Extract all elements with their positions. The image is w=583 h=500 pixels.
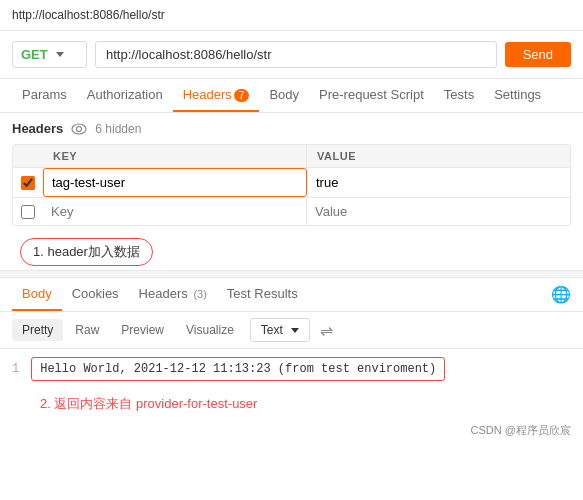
response-text: Hello World, 2021-12-12 11:13:23 (from t…	[31, 357, 445, 381]
headers-label: Headers	[12, 121, 63, 136]
row-checkbox[interactable]	[21, 176, 35, 190]
response-body: 1 Hello World, 2021-12-12 11:13:23 (from…	[0, 349, 583, 389]
line-number: 1	[12, 362, 19, 376]
table-row	[13, 168, 570, 198]
url-input[interactable]	[95, 41, 497, 68]
method-select[interactable]: GET	[12, 41, 87, 68]
response-nav: Body Cookies Headers (3) Test Results 🌐	[0, 278, 583, 312]
request-bar: GET Send	[0, 31, 583, 79]
nav-tabs: Params Authorization Headers7 Body Pre-r…	[0, 79, 583, 113]
svg-point-0	[72, 124, 86, 134]
kv-table-header: KEY VALUE	[13, 145, 570, 168]
format-tab-visualize[interactable]: Visualize	[176, 319, 244, 341]
row-checkbox[interactable]	[21, 205, 35, 219]
tab-body[interactable]: Body	[259, 79, 309, 112]
table-row	[13, 198, 570, 225]
method-label: GET	[21, 47, 48, 62]
headers-badge: 7	[234, 89, 250, 102]
response-tab-test-results[interactable]: Test Results	[217, 278, 308, 311]
globe-icon[interactable]: 🌐	[551, 285, 571, 304]
row-checkbox-cell	[13, 199, 43, 225]
response-tab-headers[interactable]: Headers (3)	[129, 278, 217, 311]
hidden-count: 6 hidden	[95, 122, 141, 136]
key-input[interactable]	[43, 168, 307, 197]
chevron-down-icon	[56, 52, 64, 57]
tab-headers[interactable]: Headers7	[173, 79, 260, 112]
tab-tests[interactable]: Tests	[434, 79, 484, 112]
footer-logo: CSDN @程序员欣宸	[0, 419, 583, 442]
value-input[interactable]	[307, 169, 570, 196]
key-input-empty[interactable]	[43, 198, 306, 225]
svg-point-1	[77, 126, 82, 131]
format-tab-preview[interactable]: Preview	[111, 319, 174, 341]
send-button[interactable]: Send	[505, 42, 571, 67]
format-tab-raw[interactable]: Raw	[65, 319, 109, 341]
headers-label-row: Headers 6 hidden	[12, 121, 571, 136]
row-checkbox-cell	[13, 170, 43, 196]
tab-settings[interactable]: Settings	[484, 79, 551, 112]
tab-pre-request[interactable]: Pre-request Script	[309, 79, 434, 112]
format-type-dropdown[interactable]: Text	[250, 318, 310, 342]
tab-params[interactable]: Params	[12, 79, 77, 112]
sort-icon[interactable]: ⇌	[320, 321, 333, 340]
response-tab-body[interactable]: Body	[12, 278, 62, 311]
section-divider	[0, 270, 583, 278]
annotation-2: 2. 返回内容来自 provider-for-test-user	[0, 389, 583, 419]
format-type-label: Text	[261, 323, 283, 337]
annotation-row-1: 1. header加入数据	[0, 234, 583, 270]
response-headers-badge: (3)	[193, 288, 206, 300]
response-line: 1 Hello World, 2021-12-12 11:13:23 (from…	[12, 357, 571, 381]
annotation-bubble-1: 1. header加入数据	[20, 238, 153, 266]
response-nav-tabs: Body Cookies Headers (3) Test Results	[12, 278, 308, 311]
eye-icon	[71, 123, 87, 135]
tab-authorization[interactable]: Authorization	[77, 79, 173, 112]
kv-table: KEY VALUE	[12, 144, 571, 226]
headers-section: Headers 6 hidden KEY VALUE	[0, 113, 583, 234]
top-url-display: http://localhost:8086/hello/str	[0, 0, 583, 31]
format-tab-pretty[interactable]: Pretty	[12, 319, 63, 341]
response-tab-cookies[interactable]: Cookies	[62, 278, 129, 311]
format-bar: Pretty Raw Preview Visualize Text ⇌	[0, 312, 583, 349]
value-input-empty[interactable]	[306, 198, 570, 225]
value-column-header: VALUE	[306, 145, 570, 167]
key-column-header: KEY	[43, 145, 306, 167]
response-section: Body Cookies Headers (3) Test Results 🌐 …	[0, 278, 583, 442]
chevron-down-icon	[291, 328, 299, 333]
